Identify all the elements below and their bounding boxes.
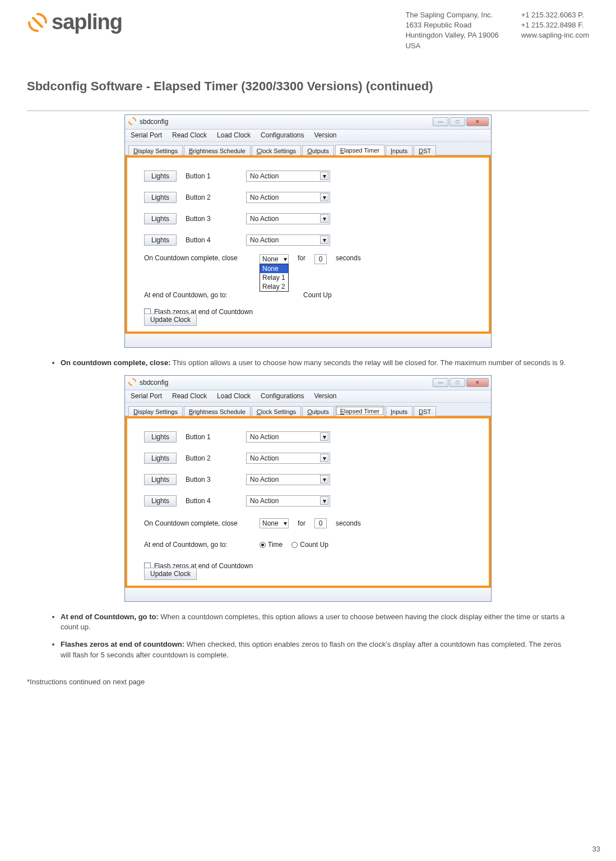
tab-outputs[interactable]: Outputs <box>302 145 334 155</box>
action-select-2[interactable]: No Action▾ <box>246 192 330 203</box>
tab-inputs[interactable]: Inputs <box>386 145 413 155</box>
action-select-1[interactable]: No Action▾ <box>246 171 330 182</box>
tab-elapsed-timer[interactable]: Elapsed Timer <box>335 145 385 155</box>
count-up-label: Count Up <box>303 291 332 299</box>
lights-button-3[interactable]: Lights <box>144 213 177 224</box>
app-icon <box>128 378 136 388</box>
button-label-3: Button 3 <box>186 476 217 484</box>
tab-display-settings[interactable]: Display Settings <box>128 145 183 155</box>
menu-version[interactable]: Version <box>314 131 337 139</box>
action-value: No Action <box>250 194 279 201</box>
tab-brightness-schedule[interactable]: Brightness Schedule <box>184 145 251 155</box>
relay-option-none[interactable]: None <box>260 264 288 273</box>
lights-button-2[interactable]: Lights <box>144 453 177 464</box>
menu-serial-port[interactable]: Serial Port <box>131 131 162 139</box>
tab-clock-settings[interactable]: Clock Settings <box>252 145 301 155</box>
relay-option-relay2[interactable]: Relay 2 <box>260 282 288 291</box>
close-button[interactable]: ✕ <box>466 378 489 387</box>
radio-time[interactable]: Time <box>260 541 282 549</box>
button-row-4: Lights Button 4 No Action▾ <box>144 232 472 248</box>
action-select-3[interactable]: No Action▾ <box>246 474 330 485</box>
seconds-input[interactable]: 0 <box>314 518 327 528</box>
dropdown-arrow-icon: ▾ <box>320 432 328 441</box>
tab-dst[interactable]: DST <box>414 406 436 416</box>
bullet-title: At end of Countdown, go to: <box>61 613 159 621</box>
company-address: The Sapling Company, Inc. 1633 Republic … <box>405 10 498 51</box>
menu-version[interactable]: Version <box>314 392 337 400</box>
dropdown-arrow-icon: ▾ <box>320 214 328 223</box>
page-header: sapling The Sapling Company, Inc. 1633 R… <box>27 10 589 51</box>
button-row-1: Lights Button 1 No Action▾ <box>144 429 472 445</box>
lights-button-4[interactable]: Lights <box>144 234 177 246</box>
tab-brightness-schedule[interactable]: Brightness Schedule <box>184 406 251 416</box>
tab-display-settings[interactable]: Display Settings <box>128 406 183 416</box>
action-select-4[interactable]: No Action▾ <box>246 234 330 246</box>
action-value: No Action <box>250 236 279 244</box>
button-label-4: Button 4 <box>186 236 217 244</box>
lights-button-1[interactable]: Lights <box>144 431 177 443</box>
tab-clock-settings[interactable]: Clock Settings <box>252 406 301 416</box>
menu-read-clock[interactable]: Read Clock <box>172 392 207 400</box>
action-select-1[interactable]: No Action▾ <box>246 431 330 443</box>
maximize-button[interactable]: □ <box>450 117 465 126</box>
action-select-3[interactable]: No Action▾ <box>246 213 330 224</box>
relay-option-relay1[interactable]: Relay 1 <box>260 273 288 282</box>
update-clock-button[interactable]: Update Clock <box>144 314 197 326</box>
dropdown-arrow-icon: ▾ <box>320 172 328 180</box>
menu-serial-port[interactable]: Serial Port <box>131 392 162 400</box>
bullet-goto: At end of Countdown, go to: When a count… <box>61 612 589 633</box>
menu-load-clock[interactable]: Load Clock <box>217 392 251 400</box>
menu-load-clock[interactable]: Load Clock <box>217 131 251 139</box>
action-select-4[interactable]: No Action▾ <box>246 495 330 507</box>
update-clock-button[interactable]: Update Clock <box>144 568 197 580</box>
brand-name: sapling <box>52 10 122 34</box>
company-contact: +1 215.322.6063 P. +1 215.322.8498 F. ww… <box>521 10 589 51</box>
relay-value: None <box>262 519 279 527</box>
radio-count-up[interactable]: Count Up <box>291 541 328 549</box>
contact-line: www.sapling-inc.com <box>521 30 589 40</box>
countdown-close-row: On Countdown complete, close None▾ for 0… <box>144 515 472 532</box>
countdown-goto-row: At end of Countdown, go to: Count Up <box>144 287 472 303</box>
dropdown-arrow-icon: ▾ <box>320 193 328 201</box>
contact-line: +1 215.322.8498 F. <box>521 20 589 30</box>
lights-button-1[interactable]: Lights <box>144 171 177 182</box>
lights-button-3[interactable]: Lights <box>144 474 177 485</box>
button-label-3: Button 3 <box>186 215 217 223</box>
elapsed-timer-panel: Lights Button 1 No Action▾ Lights Button… <box>125 416 491 588</box>
maximize-button[interactable]: □ <box>450 378 465 387</box>
radio-icon <box>291 542 298 548</box>
lights-button-2[interactable]: Lights <box>144 192 177 203</box>
tab-strip: Display Settings Brightness Schedule Clo… <box>125 142 491 155</box>
addr-line: Huntingdon Valley, PA 19006 <box>405 30 498 40</box>
addr-line: 1633 Republic Road <box>405 20 498 30</box>
relay-dropdown-open[interactable]: None Relay 1 Relay 2 <box>260 264 289 292</box>
section-rule <box>27 110 589 111</box>
tab-inputs[interactable]: Inputs <box>386 406 413 416</box>
app-icon <box>128 117 136 127</box>
bullet-text: This option allows a user to choose how … <box>170 358 566 367</box>
dropdown-arrow-icon: ▾ <box>320 496 328 505</box>
for-label: for <box>298 254 305 262</box>
countdown-close-row: On Countdown complete, close None▾ None … <box>144 254 472 271</box>
relay-select[interactable]: None▾ <box>260 254 289 264</box>
tab-elapsed-timer[interactable]: Elapsed Timer <box>335 406 385 416</box>
radio-time-label: Time <box>268 541 282 549</box>
menu-read-clock[interactable]: Read Clock <box>172 131 207 139</box>
dropdown-arrow-icon: ▾ <box>284 255 287 263</box>
action-value: No Action <box>250 497 279 505</box>
button-label-2: Button 2 <box>186 194 217 201</box>
menu-configurations[interactable]: Configurations <box>261 392 304 400</box>
seconds-input[interactable]: 0 <box>314 254 327 264</box>
action-select-2[interactable]: No Action▾ <box>246 453 330 464</box>
minimize-button[interactable]: — <box>433 378 448 387</box>
continued-footnote: *Instructions continued on next page <box>27 678 589 686</box>
tab-outputs[interactable]: Outputs <box>302 406 334 416</box>
close-button[interactable]: ✕ <box>466 117 489 126</box>
action-value: No Action <box>250 454 279 462</box>
minimize-button[interactable]: — <box>433 117 448 126</box>
menu-configurations[interactable]: Configurations <box>261 131 304 139</box>
relay-select[interactable]: None▾ <box>260 518 289 528</box>
menu-bar: Serial Port Read Clock Load Clock Config… <box>125 130 491 142</box>
lights-button-4[interactable]: Lights <box>144 495 177 507</box>
tab-dst[interactable]: DST <box>414 145 436 155</box>
